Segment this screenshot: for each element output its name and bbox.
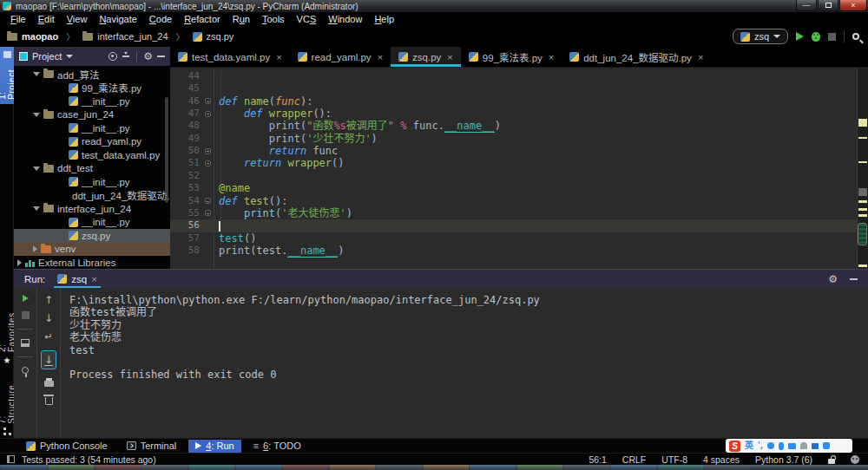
soft-wrap-icon[interactable]: ↵: [44, 331, 52, 343]
menu-item-vcs[interactable]: VCS: [291, 13, 323, 25]
account-icon[interactable]: [800, 442, 807, 449]
close-icon[interactable]: ×: [447, 52, 452, 62]
windows-taskbar[interactable]: [0, 465, 868, 470]
pin-tab-icon[interactable]: [22, 367, 29, 374]
hide-panel-icon[interactable]: [850, 278, 858, 280]
run-button[interactable]: [796, 32, 804, 41]
run-configuration-select[interactable]: zsq: [733, 29, 788, 44]
print-icon[interactable]: [44, 381, 54, 387]
menu-item-file[interactable]: File: [4, 13, 32, 25]
menu-item-run[interactable]: Run: [227, 13, 256, 25]
tree-item-read_yaml-py[interactable]: read_yaml.py: [14, 135, 170, 149]
tree-item-__init__-py[interactable]: __init__.py: [14, 121, 170, 135]
microphone-icon[interactable]: [779, 442, 784, 450]
debug-button[interactable]: [812, 32, 820, 42]
clear-console-icon[interactable]: [45, 397, 53, 405]
inspections-profile-icon[interactable]: [851, 455, 859, 464]
breadcrumb-item[interactable]: interface_jun_24: [97, 31, 168, 42]
editor-tab-ddt_jun_24_-py[interactable]: ddt_jun_24_数据驱动.py×: [562, 47, 711, 67]
menu-item-refactor[interactable]: Refactor: [178, 13, 227, 25]
gear-icon[interactable]: ⚙: [828, 274, 838, 284]
status-item-utf-8[interactable]: UTF-8: [661, 454, 687, 465]
status-item-python-3-7-6-[interactable]: Python 3.7 (6): [755, 454, 812, 465]
tree-item-__init__-py[interactable]: __init__.py: [14, 216, 170, 230]
collapse-all-icon[interactable]: [122, 52, 130, 61]
fold-marker-icon[interactable]: [205, 98, 211, 104]
tree-item-external-libraries[interactable]: External Libraries: [14, 256, 170, 270]
tool-button-4-run[interactable]: 4: Run: [188, 440, 240, 453]
tool-button-favorites[interactable]: 2: Favorites ★: [0, 304, 14, 369]
tree-item-__init__-py[interactable]: __init__.py: [14, 175, 170, 189]
menu-item-edit[interactable]: Edit: [32, 13, 61, 25]
close-icon[interactable]: ×: [549, 52, 554, 62]
maximize-button[interactable]: [818, 0, 838, 11]
fold-marker-icon[interactable]: [205, 198, 211, 204]
rerun-button[interactable]: [23, 295, 29, 302]
taskbar-item[interactable]: [705, 465, 750, 470]
tree-item-case_jun_24[interactable]: case_jun_24: [14, 108, 170, 122]
menu-item-view[interactable]: View: [61, 13, 94, 25]
taskbar-item[interactable]: [49, 465, 94, 470]
tree-item-zsq-py[interactable]: zsq.py: [14, 229, 170, 243]
editor-tab-read_yaml-py[interactable]: read_yaml.py×: [290, 47, 391, 67]
taskbar-item[interactable]: [330, 465, 375, 470]
menu-item-tools[interactable]: Tools: [256, 13, 291, 25]
status-item-56-1[interactable]: 56:1: [589, 454, 606, 465]
taskbar-item[interactable]: [424, 465, 469, 470]
taskbar-item[interactable]: [2, 465, 47, 470]
tool-button-project[interactable]: 1: Project: [0, 47, 14, 104]
status-item-crlf[interactable]: CRLF: [622, 454, 646, 465]
up-stacktrace-icon[interactable]: ↑: [44, 295, 53, 305]
ime-language-toggle[interactable]: 英: [745, 440, 753, 452]
ime-emoticon-icon[interactable]: [767, 442, 774, 449]
tree-item-add_-[interactable]: add_算法: [14, 68, 170, 82]
status-message[interactable]: Tests passed: 3 (54 minutes ago): [22, 454, 156, 465]
menu-item-help[interactable]: Help: [368, 13, 400, 25]
fold-marker-icon[interactable]: [205, 148, 211, 154]
gear-icon[interactable]: ⚙: [143, 51, 153, 62]
scroll-to-end-icon[interactable]: ↓: [44, 355, 53, 366]
taskbar-item[interactable]: [283, 465, 328, 470]
error-stripe-thumb[interactable]: [858, 223, 867, 245]
tree-item-ddt_jun_24_-py[interactable]: ddt_jun_24_数据驱动.py: [14, 189, 170, 203]
chevron-down-icon[interactable]: [66, 55, 73, 58]
close-icon[interactable]: ×: [378, 52, 383, 62]
fold-marker-icon[interactable]: [205, 111, 211, 117]
breadcrumb-item[interactable]: zsq.py: [207, 31, 234, 42]
tool-button-python-console[interactable]: Python Console: [19, 440, 115, 453]
taskbar-item[interactable]: [470, 465, 516, 470]
hide-panel-icon[interactable]: [157, 55, 165, 57]
fold-marker-icon[interactable]: [205, 160, 211, 166]
menu-item-window[interactable]: Window: [322, 13, 368, 25]
menu-item-navigate[interactable]: Navigate: [93, 13, 142, 25]
close-icon[interactable]: ×: [91, 274, 97, 284]
tool-button-structure[interactable]: 7: Structure: [0, 373, 14, 439]
editor[interactable]: test_data.yaml.py×read_yaml.py×zsq.py×99…: [170, 47, 868, 269]
editor-tab-test_data-yaml-py[interactable]: test_data.yaml.py×: [170, 47, 290, 67]
toolbox-icon[interactable]: [823, 442, 830, 449]
tree-item-ddt_test[interactable]: ddt_test: [14, 162, 170, 176]
fold-marker-icon[interactable]: [205, 210, 211, 216]
run-tab-zsq[interactable]: zsq ×: [54, 270, 101, 288]
tree-scrollbar[interactable]: [165, 97, 168, 203]
taskbar-item[interactable]: [517, 465, 562, 470]
taskbar-item[interactable]: [611, 465, 656, 470]
code-area[interactable]: 444546def name(func):47 def wrapper():48…: [170, 69, 857, 269]
tool-button-terminal[interactable]: Terminal: [120, 440, 184, 453]
tree-item-__init__-py[interactable]: __init__.py: [14, 95, 170, 108]
ime-punctuation-toggle[interactable]: ’,: [758, 440, 763, 452]
taskbar-item[interactable]: [189, 465, 234, 470]
unlock-icon[interactable]: [828, 459, 835, 464]
taskbar-item[interactable]: [377, 465, 422, 470]
tree-item-venv[interactable]: venv: [14, 243, 170, 257]
tool-button-6-todo[interactable]: ≡6: TODO: [247, 440, 308, 453]
taskbar-item[interactable]: [142, 465, 187, 470]
tool-window-switcher-icon[interactable]: [7, 455, 15, 463]
close-icon[interactable]: ×: [276, 52, 281, 62]
sogou-logo-icon[interactable]: S: [729, 441, 740, 452]
editor-tab-zsq-py[interactable]: zsq.py×: [391, 47, 461, 67]
keyboard-icon[interactable]: [788, 443, 796, 449]
run-console-output[interactable]: F:\install\python\python.exe F:/learn/py…: [61, 288, 868, 438]
close-button[interactable]: ×: [839, 0, 867, 11]
taskbar-item[interactable]: [95, 465, 141, 470]
